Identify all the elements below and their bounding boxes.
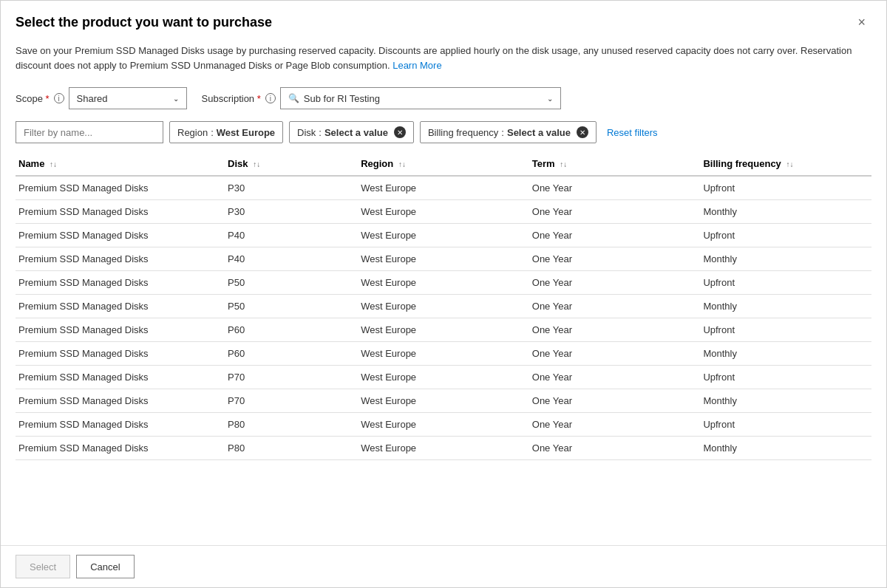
table-row[interactable]: Premium SSD Managed DisksP50West EuropeO… xyxy=(16,295,871,318)
disk-chip-label: Disk xyxy=(297,127,316,138)
products-table: Name ↑↓ Disk ↑↓ Region ↑↓ Term ↑↓ xyxy=(16,152,871,460)
table-body: Premium SSD Managed DisksP30West EuropeO… xyxy=(16,176,871,460)
cell-region: West Europe xyxy=(358,318,529,342)
cell-name: Premium SSD Managed Disks xyxy=(16,389,225,413)
learn-more-link[interactable]: Learn More xyxy=(392,60,441,71)
table-row[interactable]: Premium SSD Managed DisksP30West EuropeO… xyxy=(16,200,871,224)
cell-disk: P60 xyxy=(225,342,358,366)
dialog-title: Select the product you want to purchase xyxy=(16,15,272,30)
description-text: Save on your Premium SSD Managed Disks u… xyxy=(1,38,886,81)
cell-term: One Year xyxy=(529,413,701,437)
table-row[interactable]: Premium SSD Managed DisksP70West EuropeO… xyxy=(16,366,871,389)
subscription-info-icon: i xyxy=(265,93,276,103)
subscription-chevron-icon: ⌄ xyxy=(547,95,553,103)
cell-disk: P70 xyxy=(225,366,358,389)
cell-region: West Europe xyxy=(358,224,529,247)
cell-term: One Year xyxy=(529,342,701,366)
subscription-label: Subscription * xyxy=(202,93,261,104)
disk-sort-icon[interactable]: ↑↓ xyxy=(253,160,260,168)
billing-sort-icon[interactable]: ↑↓ xyxy=(786,160,793,168)
subscription-search-icon: 🔍 xyxy=(288,93,299,103)
scope-field-group: Scope * i Shared ⌄ xyxy=(16,87,187,109)
table-row[interactable]: Premium SSD Managed DisksP80West EuropeO… xyxy=(16,437,871,460)
col-header-name[interactable]: Name ↑↓ xyxy=(16,152,225,176)
cell-billing_frequency: Monthly xyxy=(700,247,871,271)
cell-billing_frequency: Upfront xyxy=(700,224,871,247)
reset-filters-button[interactable]: Reset filters xyxy=(602,124,662,141)
table-row[interactable]: Premium SSD Managed DisksP40West EuropeO… xyxy=(16,247,871,271)
col-header-billing-frequency[interactable]: Billing frequency ↑↓ xyxy=(700,152,871,176)
select-product-dialog: Select the product you want to purchase … xyxy=(0,0,887,588)
table-header-row: Name ↑↓ Disk ↑↓ Region ↑↓ Term ↑↓ xyxy=(16,152,871,176)
table-row[interactable]: Premium SSD Managed DisksP40West EuropeO… xyxy=(16,224,871,247)
billing-chip-remove-icon[interactable]: ✕ xyxy=(577,126,588,138)
cell-region: West Europe xyxy=(358,200,529,224)
cell-region: West Europe xyxy=(358,437,529,460)
cell-billing_frequency: Monthly xyxy=(700,342,871,366)
cell-billing_frequency: Upfront xyxy=(700,176,871,200)
cell-disk: P80 xyxy=(225,413,358,437)
cell-billing_frequency: Monthly xyxy=(700,295,871,318)
table-row[interactable]: Premium SSD Managed DisksP30West EuropeO… xyxy=(16,176,871,200)
filters-row: Region : West Europe Disk : Select a val… xyxy=(1,118,886,152)
cell-billing_frequency: Upfront xyxy=(700,366,871,389)
select-button[interactable]: Select xyxy=(16,555,70,578)
term-sort-icon[interactable]: ↑↓ xyxy=(560,160,567,168)
cancel-button[interactable]: Cancel xyxy=(76,555,134,578)
cell-term: One Year xyxy=(529,200,701,224)
cell-region: West Europe xyxy=(358,366,529,389)
close-button[interactable]: × xyxy=(852,13,871,32)
subscription-value: Sub for RI Testing xyxy=(304,93,541,104)
cell-region: West Europe xyxy=(358,271,529,295)
cell-name: Premium SSD Managed Disks xyxy=(16,342,225,366)
region-filter-chip[interactable]: Region : West Europe xyxy=(169,121,283,143)
subscription-required-star: * xyxy=(257,93,261,104)
billing-chip-value: Select a value xyxy=(507,127,571,138)
cell-disk: P60 xyxy=(225,318,358,342)
disk-chip-separator: : xyxy=(319,127,322,138)
name-sort-icon[interactable]: ↑↓ xyxy=(50,160,57,168)
region-sort-icon[interactable]: ↑↓ xyxy=(398,160,406,168)
cell-term: One Year xyxy=(529,366,701,389)
disk-filter-chip[interactable]: Disk : Select a value ✕ xyxy=(289,121,414,143)
table-row[interactable]: Premium SSD Managed DisksP80West EuropeO… xyxy=(16,413,871,437)
products-table-container: Name ↑↓ Disk ↑↓ Region ↑↓ Term ↑↓ xyxy=(1,152,886,545)
cell-region: West Europe xyxy=(358,247,529,271)
cell-name: Premium SSD Managed Disks xyxy=(16,271,225,295)
region-chip-separator: : xyxy=(211,127,214,138)
billing-frequency-filter-chip[interactable]: Billing frequency : Select a value ✕ xyxy=(420,121,597,143)
table-row[interactable]: Premium SSD Managed DisksP60West EuropeO… xyxy=(16,342,871,366)
cell-region: West Europe xyxy=(358,389,529,413)
cell-name: Premium SSD Managed Disks xyxy=(16,247,225,271)
cell-billing_frequency: Monthly xyxy=(700,200,871,224)
cell-disk: P50 xyxy=(225,271,358,295)
table-row[interactable]: Premium SSD Managed DisksP70West EuropeO… xyxy=(16,389,871,413)
controls-row: Scope * i Shared ⌄ Subscription * i 🔍 Su… xyxy=(1,81,886,118)
col-header-disk[interactable]: Disk ↑↓ xyxy=(225,152,358,176)
subscription-field-group: Subscription * i 🔍 Sub for RI Testing ⌄ xyxy=(202,87,561,109)
subscription-dropdown[interactable]: 🔍 Sub for RI Testing ⌄ xyxy=(280,87,561,109)
cell-region: West Europe xyxy=(358,342,529,366)
cell-name: Premium SSD Managed Disks xyxy=(16,176,225,200)
cell-region: West Europe xyxy=(358,176,529,200)
cell-name: Premium SSD Managed Disks xyxy=(16,200,225,224)
scope-value: Shared xyxy=(77,93,108,104)
disk-chip-value: Select a value xyxy=(324,127,388,138)
cell-name: Premium SSD Managed Disks xyxy=(16,413,225,437)
col-header-region[interactable]: Region ↑↓ xyxy=(358,152,529,176)
region-chip-label: Region xyxy=(177,127,208,138)
scope-dropdown[interactable]: Shared ⌄ xyxy=(69,87,187,109)
cell-disk: P80 xyxy=(225,437,358,460)
col-header-term[interactable]: Term ↑↓ xyxy=(529,152,701,176)
name-filter-input[interactable] xyxy=(16,121,163,143)
cell-billing_frequency: Upfront xyxy=(700,271,871,295)
cell-billing_frequency: Monthly xyxy=(700,389,871,413)
table-row[interactable]: Premium SSD Managed DisksP50West EuropeO… xyxy=(16,271,871,295)
table-row[interactable]: Premium SSD Managed DisksP60West EuropeO… xyxy=(16,318,871,342)
cell-term: One Year xyxy=(529,176,701,200)
cell-disk: P30 xyxy=(225,176,358,200)
disk-chip-remove-icon[interactable]: ✕ xyxy=(394,126,406,138)
cell-name: Premium SSD Managed Disks xyxy=(16,224,225,247)
cell-billing_frequency: Upfront xyxy=(700,413,871,437)
cell-term: One Year xyxy=(529,318,701,342)
